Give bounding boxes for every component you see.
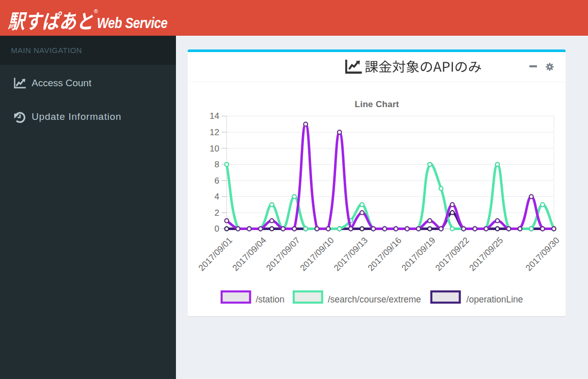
svg-text:2017/09/04: 2017/09/04 (231, 235, 268, 273)
svg-text:12: 12 (210, 128, 219, 137)
svg-text:4: 4 (215, 192, 219, 201)
svg-text:/station: /station (255, 294, 284, 305)
svg-text:14: 14 (210, 111, 219, 121)
svg-text:/operationLine: /operationLine (467, 294, 523, 305)
svg-text:2017/09/22: 2017/09/22 (433, 235, 471, 273)
svg-text:2017/09/25: 2017/09/25 (468, 235, 505, 273)
svg-text:/search/course/extreme: /search/course/extreme (328, 294, 421, 305)
svg-text:2017/09/07: 2017/09/07 (264, 235, 302, 273)
svg-text:6: 6 (215, 176, 219, 186)
svg-text:Line Chart: Line Chart (354, 99, 399, 109)
svg-text:2017/09/30: 2017/09/30 (524, 235, 561, 273)
svg-text:8: 8 (215, 160, 219, 169)
svg-text:2017/09/19: 2017/09/19 (400, 235, 438, 273)
svg-text:2017/09/16: 2017/09/16 (366, 235, 404, 273)
svg-text:2017/09/13: 2017/09/13 (332, 235, 370, 273)
svg-text:10: 10 (210, 144, 219, 154)
svg-text:0: 0 (215, 224, 219, 234)
svg-text:2: 2 (215, 208, 219, 218)
svg-text:2017/09/10: 2017/09/10 (298, 235, 336, 273)
svg-text:2017/09/01: 2017/09/01 (197, 235, 235, 273)
